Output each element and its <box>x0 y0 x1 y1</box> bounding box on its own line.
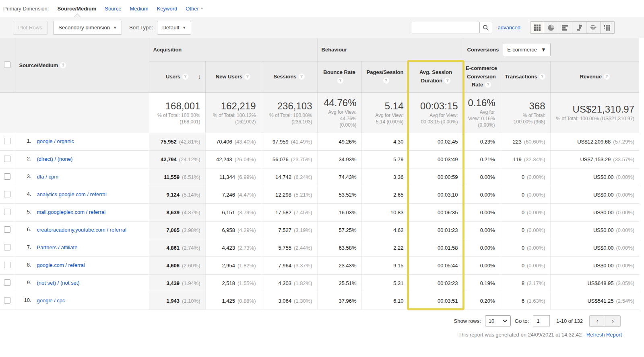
cell-ecommerce-conversion-rate: 0.00% <box>463 186 500 203</box>
report-generated-line: This report was generated on 24/09/2021 … <box>0 327 644 338</box>
cell-transactions: 8(2.17%) <box>500 274 550 292</box>
cell-users: 11,559(6.51%) <box>149 168 205 186</box>
help-icon[interactable]: ? <box>299 74 305 80</box>
row-checkbox[interactable] <box>4 209 10 215</box>
header-pages-session[interactable]: Pages/Session? <box>361 61 409 92</box>
sort-type-label: Sort Type: <box>129 25 153 31</box>
sort-descending-icon: ↓ <box>198 72 201 82</box>
cell-bounce-rate: 34.93% <box>317 150 361 168</box>
report-toolbar: Plot Rows Secondary dimension ▼ Sort Typ… <box>0 17 644 38</box>
source-medium-link[interactable]: creatoracademy.youtube.com / referral <box>37 226 126 234</box>
table-row: 1. google / organic 75,952(42.81%) 70,40… <box>0 133 639 150</box>
help-icon[interactable]: ? <box>539 74 545 80</box>
show-rows-value: 10 <box>489 318 494 324</box>
header-avg-session-duration[interactable]: Avg. Session Duration? <box>409 61 463 92</box>
primary-dimension-selected[interactable]: Source/Medium <box>57 6 96 12</box>
cell-users: 4,861(2.74%) <box>149 239 205 256</box>
cell-ecommerce-conversion-rate: 0.21% <box>463 150 500 168</box>
select-all-checkbox[interactable] <box>4 62 10 68</box>
row-number: 7. <box>20 244 31 250</box>
table-view-icon[interactable] <box>530 21 544 34</box>
help-icon[interactable]: ? <box>244 74 250 80</box>
source-medium-link[interactable]: analytics.google.com / referral <box>37 191 107 199</box>
row-checkbox[interactable] <box>4 297 10 304</box>
help-icon[interactable]: ? <box>337 78 343 84</box>
dimension-link-source[interactable]: Source <box>105 6 121 12</box>
dimension-link-other[interactable]: Other ▼ <box>186 6 203 12</box>
search-button[interactable] <box>479 22 492 33</box>
search-input[interactable] <box>412 22 479 33</box>
total-new-users: 162,219% of Total: 100.13% (162,002) <box>205 92 261 133</box>
help-icon[interactable]: ? <box>182 74 188 80</box>
chevron-down-icon: ▼ <box>113 26 117 30</box>
header-users[interactable]: Users?↓ <box>149 61 205 92</box>
performance-view-icon[interactable] <box>558 21 572 34</box>
source-medium-link[interactable]: mall.googleplex.com / referral <box>37 209 106 216</box>
cell-users: 7,065(3.98%) <box>149 221 205 239</box>
advanced-search-link[interactable]: advanced <box>498 25 520 31</box>
row-checkbox[interactable] <box>4 279 10 286</box>
cell-pages-session: 4.30 <box>361 133 409 150</box>
help-icon[interactable]: ? <box>444 78 450 84</box>
dimension-link-medium[interactable]: Medium <box>130 6 148 12</box>
select-all-cell <box>0 38 15 92</box>
header-ecommerce-conversion-rate[interactable]: E-commerce Conversion Rate? <box>463 61 500 92</box>
row-checkbox[interactable] <box>4 244 10 250</box>
row-checkbox[interactable] <box>4 226 10 233</box>
help-icon[interactable]: ? <box>485 82 491 88</box>
pivot-view-icon[interactable] <box>601 21 615 34</box>
source-medium-link[interactable]: google / organic <box>37 138 74 146</box>
help-icon[interactable]: ? <box>604 74 610 80</box>
source-medium-link[interactable]: google.com / referral <box>37 262 85 269</box>
header-source-medium[interactable]: Source/Medium? <box>15 38 149 92</box>
source-medium-link[interactable]: (not set) / (not set) <box>37 279 80 287</box>
cell-transactions: 0(0.00%) <box>500 168 550 186</box>
plot-rows-button[interactable]: Plot Rows <box>13 21 47 35</box>
source-medium-link[interactable]: dfa / cpm <box>37 173 58 181</box>
cell-pages-session: 6.10 <box>361 292 409 310</box>
refresh-report-link[interactable]: Refresh Report <box>586 332 622 338</box>
header-transactions[interactable]: Transactions? <box>500 61 550 92</box>
previous-page-button[interactable]: ‹ <box>589 315 605 327</box>
total-transactions: 368% of Total: 100.00% (368) <box>500 92 550 133</box>
header-new-users[interactable]: New Users? <box>205 61 261 92</box>
totals-row: 168,001% of Total: 100.00% (168,001) 162… <box>0 92 639 133</box>
sort-type-button[interactable]: Default ▼ <box>157 21 191 35</box>
help-icon[interactable]: ? <box>60 62 66 68</box>
next-page-button[interactable]: › <box>605 315 621 327</box>
row-checkbox[interactable] <box>4 262 10 268</box>
header-revenue[interactable]: Revenue? <box>550 61 639 92</box>
dimension-link-keyword[interactable]: Keyword <box>157 6 178 12</box>
row-checkbox[interactable] <box>4 191 10 197</box>
table-row: 4. analytics.google.com / referral 9,124… <box>0 186 639 203</box>
header-bounce-rate[interactable]: Bounce Rate? <box>317 61 361 92</box>
cell-transactions: 0(0.00%) <box>500 256 550 274</box>
goto-page-input[interactable] <box>533 315 550 326</box>
chevron-down-icon <box>503 320 507 322</box>
cell-avg-session-duration: 00:00:59 <box>409 168 463 186</box>
cell-avg-session-duration: 00:02:45 <box>409 133 463 150</box>
total-bounce-rate: 44.76%Avg for View: 44.76% (0.00%) <box>317 92 361 133</box>
table-row: 8. google.com / referral 4,606(2.60%) 2,… <box>0 256 639 274</box>
cell-users: 4,606(2.60%) <box>149 256 205 274</box>
show-rows-select[interactable]: 10 <box>485 315 511 326</box>
percentage-view-icon[interactable] <box>544 21 558 34</box>
source-medium-link[interactable]: Partners / affiliate <box>37 244 78 252</box>
row-checkbox[interactable] <box>4 156 10 162</box>
group-header-behaviour: Behaviour <box>317 38 463 61</box>
help-icon[interactable]: ? <box>383 78 389 84</box>
term-cloud-icon[interactable] <box>586 21 601 34</box>
table-row: 9. (not set) / (not set) 3,439(1.94%) 2,… <box>0 274 639 292</box>
header-sessions[interactable]: Sessions? <box>261 61 317 92</box>
conversions-goal-selector[interactable]: E-commerce ▼ <box>503 43 551 56</box>
source-medium-link[interactable]: (direct) / (none) <box>37 156 73 163</box>
table-row: 2. (direct) / (none) 42,794(24.12%) 42,2… <box>0 150 639 168</box>
source-medium-link[interactable]: google / cpc <box>37 297 65 305</box>
row-checkbox[interactable] <box>4 138 10 144</box>
source-medium-table: Source/Medium? Acquisition Behaviour Con… <box>0 38 639 310</box>
comparison-view-icon[interactable] <box>572 21 586 34</box>
row-checkbox[interactable] <box>4 173 10 180</box>
cell-avg-session-duration: 00:03:49 <box>409 150 463 168</box>
secondary-dimension-button[interactable]: Secondary dimension ▼ <box>53 21 122 35</box>
cell-bounce-rate: 16.03% <box>317 203 361 221</box>
